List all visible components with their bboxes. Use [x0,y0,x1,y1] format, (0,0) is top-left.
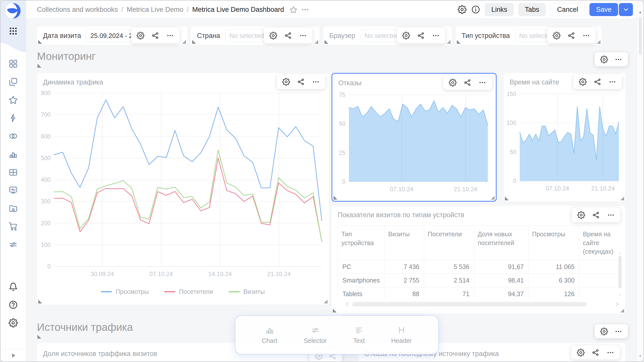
more-icon[interactable] [607,211,615,219]
add-text-button[interactable]: Text [353,326,365,344]
favorites-icon[interactable] [9,95,18,105]
settings-icon[interactable] [137,32,144,39]
legend-item[interactable]: Просмотры [101,288,149,295]
resize-handle-right[interactable] [314,40,318,44]
table-horizontal-scrollbar[interactable] [352,302,587,306]
relations-icon[interactable] [151,32,159,39]
column-header[interactable]: Тип устройства [338,226,385,260]
services-icon[interactable] [9,240,18,249]
breadcrumb-workbook[interactable]: Metrica Live Demo [127,6,183,14]
datasets-icon[interactable] [9,131,18,141]
widgets-grid-icon[interactable] [9,59,18,68]
collections-icon[interactable] [9,77,18,86]
expand-sidebar-icon[interactable] [10,352,17,359]
more-icon[interactable] [609,78,616,86]
add-chart-button[interactable]: Chart [262,326,277,344]
resize-handle-right[interactable] [182,40,186,44]
favorite-star-icon[interactable] [290,6,297,14]
chart-widget-bounce-rate[interactable]: Отказы 025507507.10.2421.10.24 [332,73,497,202]
cancel-button[interactable]: Cancel [550,3,585,16]
resize-handle-right[interactable] [620,309,624,312]
notifications-icon[interactable] [9,282,18,291]
links-button[interactable]: Links [485,3,514,16]
resize-handle-right[interactable] [324,300,328,303]
resize-handle-left[interactable] [334,196,337,200]
info-icon[interactable] [471,5,480,14]
resize-handle-left[interactable] [37,335,41,339]
resize-handle-left[interactable] [192,40,196,44]
scrollbar-thumb[interactable] [618,256,622,288]
resize-handle-right[interactable] [597,40,600,44]
relations-icon[interactable] [464,79,471,86]
storage-icon[interactable] [9,204,18,213]
resize-handle-left[interactable] [457,40,461,44]
all-services-icon[interactable] [9,26,18,36]
more-icon[interactable] [312,78,320,86]
scroll-up-icon[interactable] [618,252,622,255]
more-icon[interactable] [615,328,622,335]
resize-handle-left[interactable] [37,64,41,68]
more-icon[interactable] [478,79,486,86]
relations-icon[interactable] [594,78,601,86]
scrollbar-thumb[interactable] [639,17,642,55]
more-icon[interactable] [299,32,307,39]
settings-icon[interactable] [282,78,290,86]
resize-handle-left[interactable] [505,197,509,200]
settings-icon[interactable] [600,56,608,63]
column-header[interactable]: Посетители [424,226,474,260]
relations-icon[interactable] [592,211,600,219]
monitoring-icon[interactable] [9,186,18,195]
more-icon[interactable] [432,32,440,39]
legend-item[interactable]: Визиты [229,288,265,295]
resize-handle-right[interactable] [447,40,451,44]
save-button[interactable]: Save [589,3,618,16]
settings-icon[interactable] [9,318,18,328]
more-icon[interactable] [607,349,614,356]
scroll-down-icon[interactable] [618,294,622,297]
save-dropdown-button[interactable] [619,3,633,16]
add-header-button[interactable]: Header [391,326,412,344]
scroll-down-icon[interactable] [638,354,642,358]
table-vertical-scrollbar[interactable] [618,252,622,297]
breadcrumb-collections[interactable]: Collections and workbooks [37,6,118,14]
legend-item[interactable]: Посетители [164,288,213,295]
add-selector-button[interactable]: Selector [304,326,327,344]
column-header[interactable]: Визиты [385,226,424,260]
resize-handle-left[interactable] [38,40,42,44]
tables-icon[interactable] [9,168,18,177]
column-header[interactable]: Просмотры [529,226,579,260]
settings-icon[interactable] [402,32,410,39]
scroll-left-icon[interactable] [344,301,351,307]
settings-icon[interactable] [600,328,608,335]
column-header[interactable]: Доля новых посетителей [474,226,529,260]
page-scrollbar[interactable] [637,1,643,361]
settings-icon[interactable] [579,78,587,86]
scroll-up-icon[interactable] [638,11,642,14]
chart-widget-traffic-dynamics[interactable]: Динамика трафика 01002003004005006007008… [37,73,329,305]
relations-icon[interactable] [568,32,575,39]
column-header[interactable]: Время на сайте (секундах) [579,226,620,260]
settings-icon[interactable] [577,211,585,219]
relations-icon[interactable] [284,32,292,39]
table-widget-device-visits[interactable]: Показатели визитов по типам устройств Ти… [332,206,625,314]
datalens-logo[interactable] [5,3,21,19]
chart-widget-time-on-site[interactable]: Время на сайте 05010015007.10.2421.10.24 [504,73,625,202]
relations-icon[interactable] [297,78,305,86]
resize-handle-left[interactable] [325,40,328,44]
relations-icon[interactable] [592,349,599,356]
settings-icon[interactable] [577,349,585,356]
more-icon[interactable] [615,56,622,63]
scroll-right-icon[interactable] [614,301,620,307]
settings-icon[interactable] [269,32,277,39]
charts-icon[interactable] [9,150,18,159]
resize-handle-left[interactable] [38,300,42,303]
more-icon[interactable] [166,32,174,39]
settings-icon[interactable] [553,32,560,39]
resize-handle-left[interactable] [333,309,337,312]
resize-handle-right[interactable] [620,197,624,200]
relations-icon[interactable] [417,32,425,39]
marketplace-icon[interactable] [9,222,18,231]
settings-icon[interactable] [449,79,457,86]
help-icon[interactable] [9,300,18,309]
quick-actions-icon[interactable] [9,113,18,123]
